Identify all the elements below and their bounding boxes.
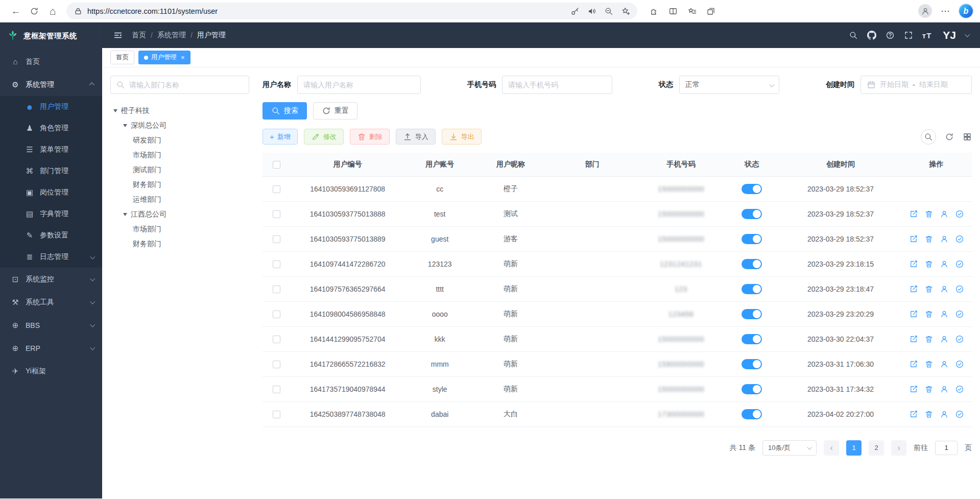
read-aloud-icon[interactable] bbox=[587, 7, 596, 16]
assign-role-icon[interactable] bbox=[955, 360, 964, 369]
edit-icon[interactable] bbox=[909, 284, 918, 294]
search-button[interactable]: 搜索 bbox=[262, 102, 307, 120]
edit-icon[interactable] bbox=[909, 335, 918, 344]
import-button[interactable]: 导入 bbox=[396, 129, 436, 145]
zoom-icon[interactable] bbox=[604, 7, 613, 16]
tree-item[interactable]: 财务部门 bbox=[110, 236, 249, 251]
delete-icon[interactable] bbox=[924, 335, 934, 344]
goto-page-input[interactable] bbox=[935, 441, 958, 455]
status-toggle[interactable] bbox=[742, 234, 762, 244]
reset-password-icon[interactable] bbox=[940, 209, 949, 219]
status-toggle[interactable] bbox=[742, 259, 762, 269]
tab[interactable]: 用户管理 × bbox=[138, 51, 190, 64]
row-checkbox[interactable] bbox=[273, 286, 280, 293]
row-checkbox[interactable] bbox=[273, 311, 280, 318]
row-checkbox[interactable] bbox=[273, 361, 280, 368]
app-logo[interactable]: 意框架管理系统 bbox=[0, 22, 102, 49]
row-checkbox[interactable] bbox=[273, 411, 280, 418]
sidebar-item[interactable]: ♟ 角色管理 bbox=[0, 117, 102, 139]
edit-icon[interactable] bbox=[909, 209, 918, 219]
reset-password-icon[interactable] bbox=[940, 310, 949, 319]
tree-item[interactable]: 运维部门 bbox=[110, 192, 249, 207]
date-range-picker[interactable]: 开始日期 - 结束日期 bbox=[861, 76, 972, 94]
edit-icon[interactable] bbox=[909, 310, 918, 319]
breadcrumb-item[interactable]: / 系统管理 bbox=[151, 31, 186, 40]
assign-role-icon[interactable] bbox=[955, 259, 964, 269]
row-checkbox[interactable] bbox=[273, 235, 280, 243]
page-button[interactable]: 2 bbox=[869, 440, 884, 456]
assign-role-icon[interactable] bbox=[955, 284, 964, 294]
status-select[interactable]: 正常 bbox=[679, 76, 779, 94]
department-search-input[interactable] bbox=[129, 81, 244, 89]
page-button[interactable]: 1 bbox=[846, 440, 862, 456]
browser-refresh-button[interactable] bbox=[26, 3, 43, 20]
tree-item[interactable]: 市场部门 bbox=[110, 148, 249, 162]
edit-icon[interactable] bbox=[909, 410, 918, 419]
sidebar-item[interactable]: ☻ 用户管理 bbox=[0, 96, 102, 117]
reset-password-icon[interactable] bbox=[940, 259, 949, 269]
sidebar-item[interactable]: ⊕ BBS bbox=[0, 314, 102, 337]
tab-close-icon[interactable]: × bbox=[181, 54, 185, 61]
row-checkbox[interactable] bbox=[273, 386, 280, 393]
tree-item[interactable]: 研发部门 bbox=[110, 133, 249, 148]
status-toggle[interactable] bbox=[742, 184, 762, 194]
select-all-checkbox[interactable] bbox=[273, 161, 280, 169]
assign-role-icon[interactable] bbox=[955, 410, 964, 419]
sidebar-item[interactable]: ▤ 字典管理 bbox=[0, 203, 102, 225]
add-button[interactable]: + 新增 bbox=[262, 129, 298, 145]
delete-icon[interactable] bbox=[924, 209, 934, 219]
back-button[interactable]: ← bbox=[7, 3, 25, 20]
password-key-icon[interactable] bbox=[570, 7, 580, 16]
username-input[interactable] bbox=[303, 81, 415, 89]
delete-button[interactable]: 删除 bbox=[350, 129, 390, 145]
reset-password-icon[interactable] bbox=[940, 234, 949, 244]
tree-item[interactable]: 财务部门 bbox=[110, 177, 249, 192]
edit-icon[interactable] bbox=[909, 385, 918, 394]
edit-icon[interactable] bbox=[909, 259, 918, 269]
status-toggle[interactable] bbox=[742, 209, 762, 219]
sidebar-item[interactable]: ⚙ 系统管理 bbox=[0, 73, 102, 96]
assign-role-icon[interactable] bbox=[955, 385, 964, 394]
address-bar[interactable]: https://ccnetcore.com:1101/system/user bbox=[66, 3, 637, 19]
edit-icon[interactable] bbox=[909, 234, 918, 244]
sidebar-item[interactable]: ⊡ 系统监控 bbox=[0, 268, 102, 291]
reset-password-icon[interactable] bbox=[940, 385, 949, 394]
status-toggle[interactable] bbox=[742, 409, 762, 419]
row-checkbox[interactable] bbox=[273, 336, 280, 343]
assign-role-icon[interactable] bbox=[955, 335, 964, 344]
tab[interactable]: 首页 × bbox=[110, 51, 134, 64]
delete-icon[interactable] bbox=[924, 385, 934, 394]
add-favorite-icon[interactable] bbox=[621, 7, 630, 16]
reset-password-icon[interactable] bbox=[940, 284, 949, 294]
copilot-icon[interactable]: b bbox=[959, 4, 973, 18]
collections-icon[interactable] bbox=[706, 7, 715, 16]
delete-icon[interactable] bbox=[924, 360, 934, 369]
reset-password-icon[interactable] bbox=[940, 335, 949, 344]
delete-icon[interactable] bbox=[924, 310, 934, 319]
delete-icon[interactable] bbox=[924, 410, 934, 419]
sidebar-item[interactable]: ✈ Yi框架 bbox=[0, 360, 102, 383]
user-logo[interactable]: YJ bbox=[943, 29, 956, 41]
sidebar-item[interactable]: ⌘ 部门管理 bbox=[0, 160, 102, 182]
tree-item[interactable]: 市场部门 bbox=[110, 222, 249, 236]
edit-button[interactable]: 修改 bbox=[304, 129, 344, 145]
sidebar-item[interactable]: ≣ 日志管理 bbox=[0, 246, 102, 268]
sidebar-item[interactable]: ☰ 菜单管理 bbox=[0, 139, 102, 160]
reset-password-icon[interactable] bbox=[940, 410, 949, 419]
row-checkbox[interactable] bbox=[273, 210, 280, 218]
fullscreen-icon[interactable] bbox=[904, 31, 913, 40]
phone-input[interactable] bbox=[508, 81, 606, 89]
refresh-table-button[interactable] bbox=[945, 132, 954, 141]
user-dropdown-chevron-icon[interactable] bbox=[965, 32, 970, 37]
prev-page-button[interactable]: ‹ bbox=[824, 440, 839, 456]
tree-item[interactable]: 江西总公司 bbox=[110, 207, 249, 222]
extensions-icon[interactable] bbox=[650, 7, 659, 16]
row-checkbox[interactable] bbox=[273, 260, 280, 268]
collapse-sidebar-button[interactable] bbox=[113, 31, 123, 40]
assign-role-icon[interactable] bbox=[955, 234, 964, 244]
status-toggle[interactable] bbox=[742, 309, 762, 319]
reset-button[interactable]: 重置 bbox=[313, 102, 357, 120]
status-toggle[interactable] bbox=[742, 284, 762, 294]
tree-item[interactable]: 深圳总公司 bbox=[110, 118, 249, 133]
browser-profile-avatar[interactable] bbox=[918, 4, 932, 18]
